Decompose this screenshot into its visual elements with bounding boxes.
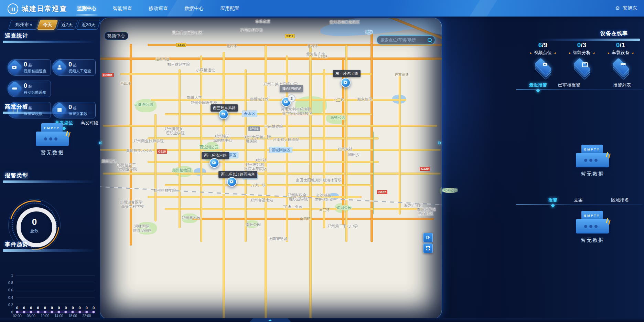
patrol-stat-card[interactable]: 0起 视频智能巡查: [8, 59, 51, 76]
video-center-button[interactable]: 视频中心: [104, 32, 128, 40]
alarm-tab[interactable]: 最近报警: [529, 82, 547, 88]
search-input[interactable]: [380, 37, 428, 43]
city-select-value: 郑州市: [15, 22, 29, 27]
trend-point-value: 0: [72, 306, 74, 310]
trend-point: [64, 311, 67, 313]
total-count: /3: [581, 41, 586, 49]
city-select[interactable]: 郑州市 ▾: [8, 20, 39, 30]
tab-divider: [516, 89, 643, 90]
hotspot-tab[interactable]: 高发时段: [80, 120, 98, 126]
empty-box-illustration: EMPTY: [36, 123, 69, 146]
tab-divider: [516, 204, 643, 205]
search-icon[interactable]: [428, 38, 432, 42]
car-icon: [12, 86, 18, 91]
left-panel-collapse-arrow[interactable]: «: [98, 138, 102, 146]
device-stat[interactable]: 0/1 ▸车载设备◂: [602, 41, 640, 74]
empty-body: [36, 132, 69, 146]
map-point-tooltip[interactable]: 西三环长江路西南角: [218, 171, 257, 178]
y-axis-tick: 0.2: [3, 303, 13, 307]
trend-point: [51, 311, 53, 313]
nav-item[interactable]: 移动巡查: [144, 0, 173, 17]
section-underline: [3, 41, 96, 43]
header-decoration: [470, 0, 497, 17]
map-refresh-button[interactable]: ⟳: [423, 233, 433, 242]
gridline: [16, 276, 95, 276]
gauge-total-value: 0: [32, 217, 37, 227]
user-name: 安旭东: [623, 5, 637, 11]
empty-box-illustration: EMPTY: [576, 145, 609, 167]
patrol-stat-card[interactable]: 0起 视频人工巡查: [52, 59, 96, 76]
event-trend-chart: 10.80.60.40.20002:000006:000010:000014:0…: [16, 276, 95, 312]
arrow-right-icon: ▸: [530, 51, 532, 55]
gauge-total-label: 总数: [30, 228, 39, 234]
stat-icon: [7, 59, 22, 75]
device-stat[interactable]: 0/3 ▸智能分析◂: [563, 41, 601, 74]
date-range-tab[interactable]: 今天: [37, 20, 58, 30]
map-fullscreen-button[interactable]: [423, 243, 433, 253]
empty-body: [576, 153, 609, 167]
camera-marker-icon[interactable]: [227, 177, 237, 187]
fullscreen-icon: [426, 246, 430, 251]
alarm-tab[interactable]: 报警列表: [613, 82, 631, 88]
map-search[interactable]: [377, 35, 435, 44]
arrow-right-icon: ▸: [608, 51, 610, 55]
map-point-tooltip[interactable]: 豫A6P56W: [280, 85, 303, 92]
date-range-label: 近30天: [82, 22, 95, 28]
stat-label: 视频人工巡查: [68, 69, 91, 74]
trend-point: [44, 311, 46, 313]
total-count: /1: [620, 41, 625, 49]
cluster-marker[interactable]: 2: [288, 94, 296, 102]
x-axis-tick: 06:00: [27, 314, 35, 318]
stat-unit: 起: [73, 106, 77, 110]
device-stat[interactable]: 6/9 ▸视频点位◂: [524, 41, 562, 74]
case-tab[interactable]: 立案: [574, 197, 583, 203]
date-range-tab[interactable]: 近7天: [56, 20, 78, 30]
trend-point: [37, 311, 40, 313]
trend-point-value: 0: [44, 306, 46, 310]
trend-point: [92, 311, 95, 313]
device-stat-label: 车载设备: [612, 50, 630, 56]
gridline: [16, 290, 95, 290]
x-axis-tick: 14:00: [55, 314, 63, 318]
empty-text: 暂无数据: [572, 171, 613, 177]
patrol-stats-title: 巡查统计: [5, 32, 28, 40]
nav-item[interactable]: 数据中心: [180, 0, 208, 17]
empty-text: 暂无数据: [572, 237, 613, 243]
stat-value: 0: [24, 82, 27, 89]
stat-value: 0: [68, 104, 72, 111]
stat-icon: [7, 81, 22, 96]
date-range-tab[interactable]: 近30天: [76, 20, 100, 30]
device-online-title: 设备在线率: [600, 30, 628, 37]
section-underline: [3, 249, 96, 252]
patrol-stat-card[interactable]: 0起 移动智能采集: [8, 81, 51, 97]
trend-point-value: 0: [93, 306, 95, 310]
trend-point-value: 0: [37, 306, 39, 310]
stat-value: 0: [68, 61, 72, 68]
trend-point-value: 0: [51, 306, 53, 310]
camera-marker-icon[interactable]: [210, 158, 219, 168]
alarm-tab[interactable]: 已审核报警: [558, 82, 580, 88]
video-center-label: 视频中心: [107, 33, 125, 39]
gridline: [16, 305, 95, 305]
stat-value: 0: [24, 61, 27, 68]
nav-item[interactable]: 智能巡查: [108, 0, 137, 17]
user-menu[interactable]: ⚙ 安旭东: [615, 0, 637, 17]
stat-unit: 起: [28, 63, 32, 67]
nav-item[interactable]: 应用配置: [215, 0, 244, 17]
map-point-tooltip[interactable]: 东三环鸿宝路: [333, 70, 361, 77]
trend-point: [30, 311, 32, 313]
gear-icon[interactable]: ⚙: [615, 5, 620, 11]
patrol-stat-card[interactable]: 0起 报警立案数: [52, 102, 96, 118]
device-stat-label: 智能分析: [573, 50, 591, 56]
case-tab[interactable]: 报警: [548, 197, 557, 203]
arrow-left-icon: ◂: [632, 51, 633, 55]
case-tab[interactable]: 区域排名: [611, 197, 629, 203]
camera-marker-icon[interactable]: [341, 78, 351, 87]
app-header: 城建日常巡查 监测中心智能巡查移动巡查数据中心应用配置 ⚙ 安旭东: [0, 0, 644, 17]
camera-marker-icon[interactable]: [219, 110, 228, 119]
x-axis-tick: 22:00: [82, 314, 91, 318]
arrow-right-icon: ▸: [569, 51, 571, 55]
right-panel-collapse-arrow[interactable]: »: [438, 138, 441, 146]
nav-item[interactable]: 监测中心: [72, 0, 101, 17]
doc-icon: [57, 108, 62, 112]
